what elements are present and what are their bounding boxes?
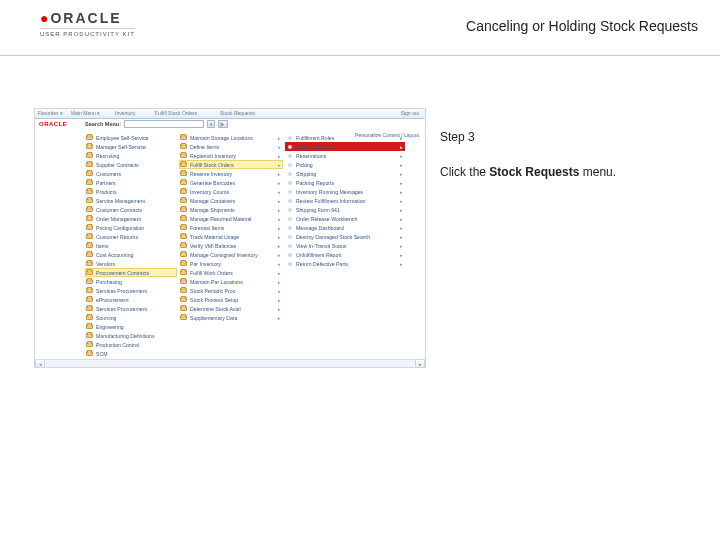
chevron-right-icon: ▸: [400, 225, 405, 231]
chevron-right-icon: ▸: [278, 135, 283, 141]
menu-item[interactable]: Message Dashboard▸: [285, 223, 405, 232]
menu-item[interactable]: Return Defective Parts▸: [285, 259, 405, 268]
menu-item[interactable]: eProcurement: [85, 295, 177, 304]
menu-item-label: Engineering: [96, 324, 124, 330]
menu-item[interactable]: Customer Returns: [85, 232, 177, 241]
menu-item[interactable]: Products: [85, 187, 177, 196]
menu-item[interactable]: Review Fulfillment Information▸: [285, 196, 405, 205]
search-input[interactable]: [124, 120, 204, 128]
menu-item[interactable]: Inventory Running Messages▸: [285, 187, 405, 196]
folder-icon: [86, 342, 93, 347]
menu-item[interactable]: Reservations▸: [285, 151, 405, 160]
menu-item[interactable]: Picking▸: [285, 160, 405, 169]
breadcrumb-2[interactable]: Fulfill Stock Orders: [155, 110, 197, 116]
menu-item[interactable]: Manage Containers▸: [179, 196, 283, 205]
folder-icon: [180, 234, 187, 239]
menu-item[interactable]: Par Inventory▸: [179, 259, 283, 268]
menu-item[interactable]: Fulfill Work Orders▸: [179, 268, 283, 277]
chevron-right-icon: ▸: [278, 252, 283, 258]
menu-item[interactable]: Order Management: [85, 214, 177, 223]
menu-item[interactable]: Fulfillment Rules▸: [285, 133, 405, 142]
menu-item[interactable]: Partners: [85, 178, 177, 187]
menu-item[interactable]: Engineering: [85, 322, 177, 331]
menu-item[interactable]: Shipping▸: [285, 169, 405, 178]
menu-item[interactable]: Procurement Contracts: [85, 268, 177, 277]
menu-item[interactable]: Customer Contracts: [85, 205, 177, 214]
menu-item[interactable]: Order Release Workbench▸: [285, 214, 405, 223]
folder-icon: [86, 351, 93, 356]
menu-item[interactable]: Destroy Damaged Stock Search▸: [285, 232, 405, 241]
menu-item[interactable]: Production Control: [85, 340, 177, 349]
breadcrumb-1[interactable]: Inventory: [115, 110, 136, 116]
menu-item[interactable]: Manage Shipments▸: [179, 205, 283, 214]
chevron-right-icon: ▸: [278, 207, 283, 213]
menu-item[interactable]: Replenish Inventory▸: [179, 151, 283, 160]
topbar-favorites[interactable]: Favorites ▾: [38, 110, 63, 116]
topbar-main-menu[interactable]: Main Menu ▾: [71, 110, 100, 116]
bullet-icon: [288, 136, 292, 140]
menu-item[interactable]: Cost Accounting: [85, 250, 177, 259]
topbar-signout-link[interactable]: Sign out: [401, 110, 419, 116]
menu-item-label: Products: [96, 189, 116, 195]
folder-icon: [86, 324, 93, 329]
search-go-button[interactable]: [218, 120, 228, 128]
menu-item[interactable]: Vendors: [85, 259, 177, 268]
menu-item[interactable]: Maintain Storage Locations▸: [179, 133, 283, 142]
menu-item[interactable]: Define Items▸: [179, 142, 283, 151]
scroll-right-button[interactable]: ▸: [415, 360, 425, 367]
menu-item[interactable]: Track Material Usage▸: [179, 232, 283, 241]
menu-item[interactable]: Grants: [85, 367, 177, 368]
menu-item[interactable]: Manage Consigned Inventory▸: [179, 250, 283, 259]
menu-item-label: Employee Self-Service: [96, 135, 148, 141]
menu-item[interactable]: Recruiting: [85, 151, 177, 160]
menu-item-label: Order Release Workbench: [296, 216, 357, 222]
menu-item[interactable]: Purchasing: [85, 277, 177, 286]
menu-item[interactable]: Reserve Inventory▸: [179, 169, 283, 178]
menu-item[interactable]: Service Management: [85, 196, 177, 205]
menu-item[interactable]: Forecast Items▸: [179, 223, 283, 232]
menu-item[interactable]: Services Procurement: [85, 286, 177, 295]
breadcrumb-3[interactable]: Stock Requests: [220, 110, 255, 116]
menu-item[interactable]: Items: [85, 241, 177, 250]
menu-item-label: Inventory Running Messages: [296, 189, 363, 195]
menu-item[interactable]: Sourcing: [85, 313, 177, 322]
menu-item-label: Procurement Contracts: [96, 270, 149, 276]
menu-item[interactable]: Inventory Counts▸: [179, 187, 283, 196]
menu-item[interactable]: Maintain Par Locations▸: [179, 277, 283, 286]
menu-item[interactable]: Stock Requests▸: [285, 142, 405, 151]
menu-item[interactable]: Manufacturing Definitions: [85, 331, 177, 340]
menu-item[interactable]: Shipping Form 941▸: [285, 205, 405, 214]
bullet-icon: [288, 190, 292, 194]
menu-item-label: Packing Reports: [296, 180, 334, 186]
menu-item[interactable]: Generate Barcodes▸: [179, 178, 283, 187]
bullet-icon: [288, 172, 292, 176]
chevron-right-icon: ▸: [278, 180, 283, 186]
menu-item[interactable]: Supplier Contracts: [85, 160, 177, 169]
menu-column-2: Maintain Storage Locations▸Define Items▸…: [179, 133, 283, 363]
horizontal-scrollbar[interactable]: ◂ ▸: [35, 359, 425, 367]
menu-item[interactable]: SCM: [85, 349, 177, 358]
menu-item[interactable]: Pricing Configuration: [85, 223, 177, 232]
application-screenshot: Favorites ▾ Main Menu ▾ Inventory Fulfil…: [34, 108, 426, 368]
menu-item[interactable]: Supplementary Data▸: [179, 313, 283, 322]
menu-item[interactable]: Customers: [85, 169, 177, 178]
search-label: Search Menu:: [85, 121, 121, 127]
folder-icon: [86, 279, 93, 284]
menu-item[interactable]: Verify VMI Balances▸: [179, 241, 283, 250]
menu-item-label: Maintain Storage Locations: [190, 135, 253, 141]
menu-item[interactable]: Employee Self-Service: [85, 133, 177, 142]
menu-item[interactable]: Determine Stock Avail▸: [179, 304, 283, 313]
menu-item[interactable]: Packing Reports▸: [285, 178, 405, 187]
menu-item[interactable]: Unfulfillment Report▸: [285, 250, 405, 259]
search-dropdown-button[interactable]: ▾: [207, 120, 215, 128]
folder-icon: [86, 180, 93, 185]
menu-item[interactable]: Manager Self-Service: [85, 142, 177, 151]
menu-item[interactable]: Manage Returned Material▸: [179, 214, 283, 223]
menu-item[interactable]: Stock Periodic Proc▸: [179, 286, 283, 295]
brand-name: ORACLE: [50, 10, 121, 26]
scroll-left-button[interactable]: ◂: [35, 360, 45, 367]
menu-item[interactable]: Services Procurement: [85, 304, 177, 313]
menu-item[interactable]: Fulfill Stock Orders▸: [179, 160, 283, 169]
menu-item[interactable]: View In-Transit Status▸: [285, 241, 405, 250]
menu-item[interactable]: Stock Process Setup▸: [179, 295, 283, 304]
